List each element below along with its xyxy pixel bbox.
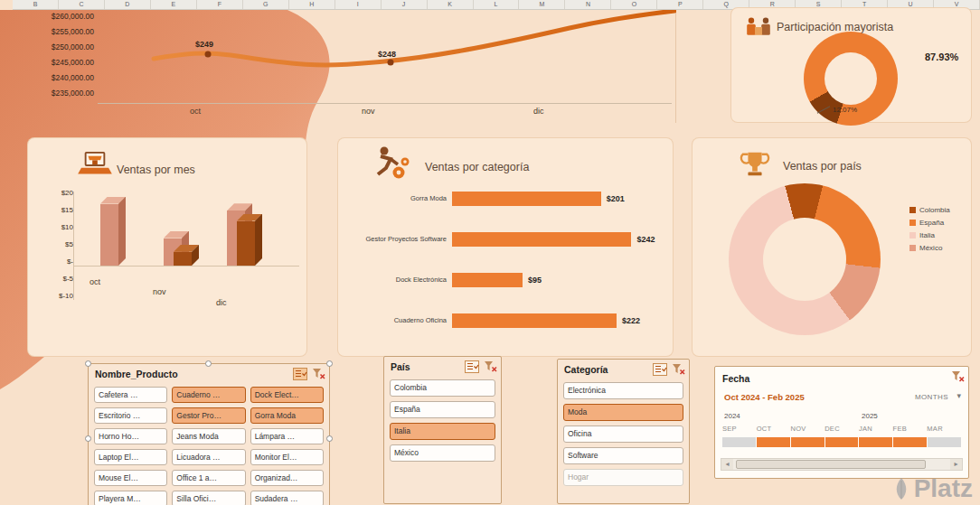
x-axis-label-dic: dic bbox=[533, 107, 544, 116]
timeline-scrollbar[interactable]: ◂ ▸ bbox=[721, 458, 963, 471]
slicer-item-mouse-el[interactable]: Mouse El… bbox=[94, 470, 167, 486]
sales-by-category-card[interactable]: Ventas por categoría Gorra Moda$201Gesto… bbox=[337, 137, 674, 357]
slicer-categoria[interactable]: Categoría ElectrónicaModaOficinaSoftware… bbox=[557, 359, 690, 504]
legend-label: España bbox=[919, 219, 944, 227]
revenue-line-chart[interactable]: $260,000.00$255,000.00$250,000.00$245,00… bbox=[27, 10, 676, 123]
column-header-i[interactable]: I bbox=[335, 0, 382, 9]
column-header-c[interactable]: C bbox=[59, 0, 105, 9]
column-header-h[interactable]: H bbox=[289, 0, 335, 9]
column-header-j[interactable]: J bbox=[382, 0, 428, 9]
storefront-icon bbox=[78, 151, 112, 180]
timeline-fecha[interactable]: Fecha Oct 2024 - Feb 2025 MONTHS ▾ SEPOC… bbox=[714, 366, 969, 479]
selection-handle[interactable] bbox=[326, 435, 333, 442]
timeline-segment-dec[interactable] bbox=[825, 437, 859, 447]
multiselect-icon[interactable] bbox=[465, 360, 479, 373]
leaf-icon bbox=[890, 477, 912, 500]
multiselect-icon[interactable] bbox=[653, 363, 667, 376]
selection-handle[interactable] bbox=[326, 360, 333, 367]
slicer-item-software[interactable]: Software bbox=[563, 447, 683, 464]
slicer-item-gestor-pro[interactable]: Gestor Pro… bbox=[172, 407, 245, 424]
column-header-g[interactable]: G bbox=[243, 0, 289, 9]
selection-handle[interactable] bbox=[85, 360, 91, 367]
sales-by-country-card[interactable]: Ventas por país ColombiaEspañaItaliaMéxi… bbox=[692, 137, 972, 357]
clear-filter-icon[interactable] bbox=[951, 370, 965, 383]
timeline-segment-oct[interactable] bbox=[757, 437, 790, 447]
slicer-item-dock-elect[interactable]: Dock Elect… bbox=[250, 387, 324, 403]
column-header-o[interactable]: O bbox=[611, 0, 657, 9]
category-bar bbox=[452, 313, 617, 328]
timeline-segment-mar[interactable] bbox=[928, 437, 961, 447]
slicer-item-silla-ofici[interactable]: Silla Ofici… bbox=[172, 491, 245, 505]
y-axis-label: $-10 bbox=[35, 292, 73, 309]
slicer-title: Nombre_Producto bbox=[95, 369, 178, 379]
column-header-n[interactable]: N bbox=[565, 0, 611, 9]
legend-item-italia: Italia bbox=[909, 231, 966, 239]
scroll-right-arrow-icon[interactable]: ▸ bbox=[950, 459, 962, 470]
timeline-segment-feb[interactable] bbox=[893, 437, 927, 447]
slicer-item-playera-m[interactable]: Playera M… bbox=[94, 491, 167, 505]
column-header-b[interactable]: B bbox=[13, 0, 59, 9]
category-row-gorra-moda: Gorra Moda$201 bbox=[345, 178, 665, 219]
x-axis-label-nov: nov bbox=[362, 107, 375, 116]
slicer-item-electr-nica[interactable]: Electrónica bbox=[563, 382, 683, 399]
slicer-item-jeans-moda[interactable]: Jeans Moda bbox=[172, 428, 245, 444]
selection-handle[interactable] bbox=[85, 435, 91, 442]
slicer-item-laptop-el[interactable]: Laptop El… bbox=[94, 449, 167, 465]
slicer-item-hogar[interactable]: Hogar bbox=[563, 469, 683, 486]
column-header-f[interactable]: F bbox=[197, 0, 243, 9]
slicer-item-list: ColombiaEspañaItaliaMéxico bbox=[390, 379, 495, 462]
slicer-item-l-mpara[interactable]: Lámpara … bbox=[250, 428, 324, 444]
slicer-item-moda[interactable]: Moda bbox=[563, 404, 683, 421]
multiselect-icon[interactable] bbox=[293, 368, 307, 380]
slicer-item-espa-a[interactable]: España bbox=[390, 401, 495, 418]
slicer-item-oficina[interactable]: Oficina bbox=[563, 426, 683, 443]
slicer-item-colombia[interactable]: Colombia bbox=[390, 379, 495, 397]
timeline-segment-nov[interactable] bbox=[791, 437, 825, 447]
slicer-item-gorra-moda[interactable]: Gorra Moda bbox=[250, 407, 324, 424]
category-label: Cuaderno Oficina bbox=[345, 316, 452, 324]
column-header-p[interactable]: P bbox=[657, 0, 703, 9]
slicer-item-sudadera[interactable]: Sudadera … bbox=[250, 491, 324, 505]
bar-serie-2-dic bbox=[237, 221, 255, 266]
column-header-m[interactable]: M bbox=[519, 0, 565, 9]
timeline-track[interactable] bbox=[722, 437, 961, 447]
legend-label: México bbox=[919, 244, 942, 252]
clear-filter-icon[interactable] bbox=[484, 360, 497, 373]
slicer-item-horno-ho[interactable]: Horno Ho… bbox=[94, 428, 167, 444]
selection-handle[interactable] bbox=[205, 360, 212, 367]
column-header-e[interactable]: E bbox=[151, 0, 197, 9]
scroll-left-arrow-icon[interactable]: ◂ bbox=[721, 459, 733, 470]
timeline-segment-sep[interactable] bbox=[722, 437, 756, 447]
column-header-k[interactable]: K bbox=[428, 0, 474, 9]
timeline-segment-jan[interactable] bbox=[859, 437, 892, 447]
category-bar bbox=[452, 192, 601, 206]
slicer-pais[interactable]: País ColombiaEspañaItaliaMéxico bbox=[383, 356, 502, 504]
column-header-l[interactable]: L bbox=[474, 0, 520, 9]
slicer-item-m-xico[interactable]: México bbox=[390, 444, 495, 462]
slicer-item-italia[interactable]: Italia bbox=[390, 423, 495, 440]
slicer-item-cuaderno[interactable]: Cuaderno … bbox=[172, 387, 245, 403]
slicer-item-escritorio[interactable]: Escritorio … bbox=[94, 407, 167, 424]
clear-filter-icon[interactable] bbox=[672, 363, 685, 376]
sales-by-month-card[interactable]: Ventas por mes $20$15$10$5$-$-5$-10 octn… bbox=[27, 137, 307, 357]
y-axis-label: $5 bbox=[35, 240, 73, 257]
slicer-item-licuadora[interactable]: Licuadora … bbox=[172, 449, 245, 465]
timeline-year-2025: 2025 bbox=[862, 412, 878, 420]
slicer-item-office-1-a[interactable]: Office 1 a… bbox=[172, 470, 245, 486]
scrollbar-thumb[interactable] bbox=[736, 460, 926, 469]
clear-filter-icon[interactable] bbox=[312, 368, 325, 380]
bar-side-face bbox=[118, 197, 126, 266]
revenue-line bbox=[154, 11, 674, 65]
timeline-period-selector[interactable]: MONTHS bbox=[915, 393, 948, 401]
timeline-month-label-feb: FEB bbox=[893, 425, 928, 433]
chevron-down-icon[interactable]: ▾ bbox=[956, 391, 961, 400]
legend-swatch bbox=[909, 207, 916, 213]
slicer-item-cafetera[interactable]: Cafetera … bbox=[94, 387, 167, 403]
slicer-item-organizad[interactable]: Organizad… bbox=[250, 470, 324, 486]
bar-serie-2-nov bbox=[174, 252, 192, 266]
slicer-item-monitor-el[interactable]: Monitor El… bbox=[250, 449, 324, 465]
wholesale-share-card[interactable]: Participación mayorista 87.93% 12.07% bbox=[730, 7, 972, 123]
slicer-nombre-producto[interactable]: Nombre_Producto Cafetera …Cuaderno …Dock… bbox=[88, 363, 330, 505]
column-header-d[interactable]: D bbox=[105, 0, 151, 9]
gauge-hole bbox=[825, 52, 877, 105]
